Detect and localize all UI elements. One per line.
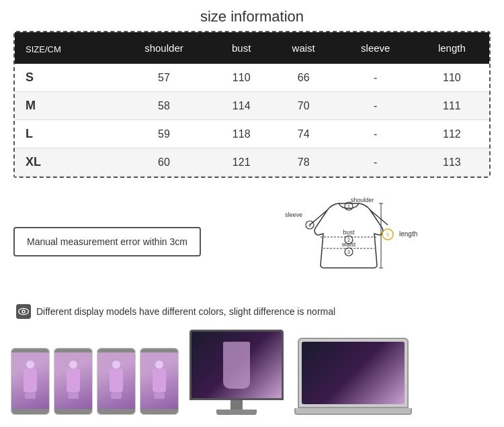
svg-rect-30: [154, 392, 165, 399]
monitor-thumbnail: [190, 330, 284, 415]
data-cell: -: [337, 92, 415, 120]
svg-text:5: 5: [386, 232, 390, 238]
table-row: L5911874-112: [15, 120, 489, 148]
lower-section: Manual measurement error within 3cm slee…: [0, 185, 504, 299]
size-label: SIZE: [26, 44, 45, 54]
data-cell: 111: [415, 92, 489, 120]
waist-diagram-label: waist: [341, 241, 356, 248]
svg-rect-25: [112, 361, 120, 369]
size-table-wrapper: SIZE/CM shoulder bust waist sleeve lengt…: [13, 31, 491, 178]
shoulder-header: shoulder: [116, 32, 212, 64]
svg-rect-27: [111, 392, 122, 399]
svg-rect-26: [110, 369, 123, 392]
sleeve-diagram-label: sleeve: [285, 211, 302, 218]
disclaimer-row: Different display models have different …: [0, 299, 504, 324]
sleeve-header: sleeve: [337, 32, 415, 64]
size-unit: /CM: [45, 44, 61, 54]
svg-text:1: 1: [347, 204, 350, 209]
data-cell: 110: [415, 64, 489, 92]
data-cell: 70: [271, 92, 337, 120]
bust-header: bust: [212, 32, 271, 64]
disclaimer-text: Different display models have different …: [36, 306, 335, 317]
data-cell: 60: [116, 148, 212, 177]
phone-thumbnail-2: [54, 348, 93, 415]
data-cell: 66: [271, 64, 337, 92]
data-cell: 114: [212, 92, 271, 120]
size-cell: S: [15, 64, 116, 92]
data-cell: -: [337, 148, 415, 177]
monitor-screen: [190, 330, 284, 400]
table-row: S5711066-110: [15, 64, 489, 92]
page-title: size information: [0, 0, 504, 31]
size-table: SIZE/CM shoulder bust waist sleeve lengt…: [15, 32, 489, 177]
laptop-lid: [298, 338, 409, 408]
svg-rect-20: [24, 369, 37, 392]
length-diagram-label: length: [399, 230, 417, 238]
thumbnails-row: [0, 324, 504, 423]
svg-rect-29: [153, 369, 166, 392]
svg-rect-19: [26, 361, 34, 369]
bust-diagram-label: bust: [343, 229, 355, 236]
data-cell: -: [337, 64, 415, 92]
data-cell: 121: [212, 148, 271, 177]
svg-rect-28: [155, 361, 163, 369]
data-cell: 58: [116, 92, 212, 120]
data-cell: 59: [116, 120, 212, 148]
waist-header: waist: [271, 32, 337, 64]
length-header: length: [415, 32, 489, 64]
data-cell: 113: [415, 148, 489, 177]
laptop-thumbnail: [294, 338, 412, 415]
size-header: SIZE/CM: [15, 32, 116, 64]
table-header-row: SIZE/CM shoulder bust waist sleeve lengt…: [15, 32, 489, 64]
svg-rect-21: [25, 392, 36, 399]
data-cell: 112: [415, 120, 489, 148]
data-cell: 57: [116, 64, 212, 92]
svg-rect-23: [67, 369, 80, 392]
data-cell: 78: [271, 148, 337, 177]
phone-thumbnail-4: [140, 348, 179, 415]
phone-thumbnail-3: [97, 348, 136, 415]
svg-text:4: 4: [308, 223, 311, 228]
data-cell: 110: [212, 64, 271, 92]
table-row: XL6012178-113: [15, 148, 489, 177]
data-cell: 74: [271, 120, 337, 148]
shoulder-diagram-label: shoulder: [351, 197, 374, 203]
size-cell: L: [15, 120, 116, 148]
measurement-note-box: Manual measurement error within 3cm: [13, 227, 201, 256]
phone-thumbnail-1: [11, 348, 50, 415]
data-cell: -: [337, 120, 415, 148]
data-cell: 118: [212, 120, 271, 148]
laptop-base: [294, 408, 412, 415]
diagram-area: sleeve 4 shoulder 1 bust 2 waist 3 5 len…: [208, 191, 491, 292]
svg-text:3: 3: [347, 250, 350, 254]
svg-point-18: [23, 311, 25, 313]
size-cell: M: [15, 92, 116, 120]
table-row: M5811470-111: [15, 92, 489, 120]
size-cell: XL: [15, 148, 116, 177]
eye-icon: [16, 304, 31, 319]
dress-diagram: sleeve 4 shoulder 1 bust 2 waist 3 5 len…: [275, 191, 423, 292]
svg-rect-22: [69, 361, 77, 369]
svg-rect-24: [68, 392, 79, 399]
